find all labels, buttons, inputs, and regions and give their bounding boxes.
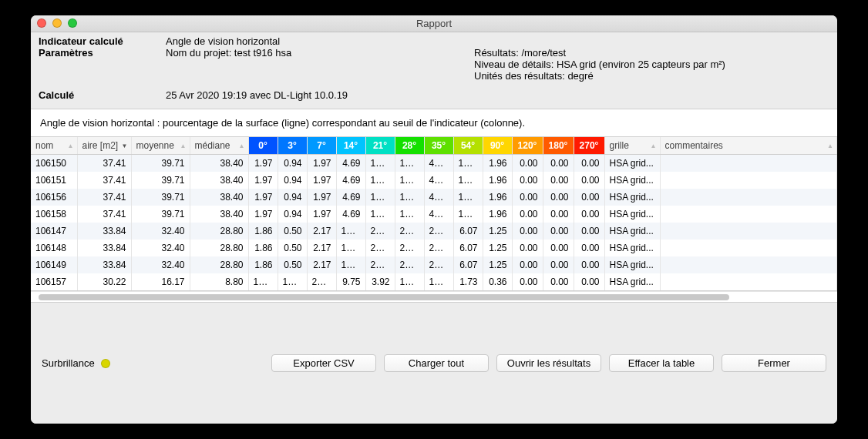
cell-angle-7: 12....	[453, 189, 483, 206]
cell-angle-9: 0.00	[512, 155, 543, 173]
col-angle-7°[interactable]: 7°	[307, 137, 336, 155]
zoom-icon[interactable]	[68, 18, 77, 28]
col-angle-90°[interactable]: 90°	[483, 137, 512, 155]
export-csv-button[interactable]: Exporter CSV	[271, 354, 376, 372]
table-row[interactable]: 10615837.4139.7138.401.970.941.974.6913.…	[31, 206, 837, 223]
cell-angle-5: 20....	[395, 223, 424, 240]
table-row[interactable]: 10614833.8432.4028.801.860.502.1713....2…	[31, 240, 837, 256]
table-row[interactable]: 10615037.4139.7138.401.970.941.974.6913.…	[31, 155, 837, 173]
load-all-button[interactable]: Charger tout	[384, 354, 489, 372]
col-commentaires[interactable]: commentaires▲	[660, 137, 837, 155]
col-angle-28°[interactable]: 28°	[395, 137, 424, 155]
minimize-icon[interactable]	[52, 18, 62, 28]
open-results-button[interactable]: Ouvrir les résultats	[496, 354, 601, 372]
cell-angle-7: 6.07	[453, 223, 483, 240]
clear-table-button[interactable]: Effacer la table	[609, 354, 714, 372]
params-label: Paramètres	[39, 47, 166, 82]
cell-moyenne: 39.71	[131, 206, 190, 223]
col-angle-180°[interactable]: 180°	[543, 137, 574, 155]
cell-nom: 106150	[31, 155, 77, 173]
col-angle-120°[interactable]: 120°	[512, 137, 543, 155]
cell-angle-5: 16....	[395, 206, 424, 223]
cell-nom: 106147	[31, 223, 77, 240]
col-angle-3°[interactable]: 3°	[278, 137, 307, 155]
cell-angle-8: 1.25	[483, 256, 512, 273]
sort-icon: ▲	[68, 142, 74, 149]
cell-nom: 106151	[31, 172, 77, 189]
cell-angle-8: 1.96	[483, 206, 512, 223]
cell-angle-7: 1.73	[453, 273, 483, 291]
col-angle-270°[interactable]: 270°	[574, 137, 604, 155]
cell-angle-1: 0.94	[278, 155, 307, 173]
table-row[interactable]: 10615637.4139.7138.401.970.941.974.6913.…	[31, 189, 837, 206]
cell-angle-5: 14....	[395, 273, 424, 291]
cell-grille: HSA grid...	[604, 189, 660, 206]
cell-angle-4: 28....	[365, 240, 395, 256]
cell-angle-8: 0.36	[483, 273, 512, 291]
col-angle-35°[interactable]: 35°	[424, 137, 453, 155]
cell-angle-7: 12....	[453, 206, 483, 223]
cell-angle-4: 13....	[365, 189, 395, 206]
cell-angle-8: 1.96	[483, 172, 512, 189]
col-aire[interactable]: aire [m2]▼	[77, 137, 131, 155]
cell-angle-9: 0.00	[512, 172, 543, 189]
header-panel: Indicateur calculé Angle de vision horiz…	[31, 32, 837, 109]
col-angle-54°[interactable]: 54°	[453, 137, 483, 155]
cell-aire: 37.41	[77, 206, 131, 223]
cell-angle-11: 0.00	[574, 256, 604, 273]
report-window: Rapport Indicateur calculé Angle de visi…	[31, 15, 837, 424]
cell-angle-10: 0.00	[543, 273, 574, 291]
cell-grille: HSA grid...	[604, 240, 660, 256]
cell-mediane: 38.40	[190, 206, 248, 223]
cell-angle-4: 28....	[365, 223, 395, 240]
sort-icon: ▼	[122, 142, 128, 149]
col-mediane[interactable]: médiane▲	[190, 137, 248, 155]
results-table: nom▲ aire [m2]▼ moyenne▲ médiane▲ 0°3°7°…	[31, 137, 837, 291]
params-value: Nom du projet: test t916 hsa	[166, 47, 474, 82]
cell-moyenne: 39.71	[131, 189, 190, 206]
cell-angle-3: 9.75	[336, 273, 365, 291]
cell-angle-2: 21....	[307, 273, 336, 291]
horizontal-scrollbar[interactable]	[31, 291, 837, 302]
scroll-thumb[interactable]	[39, 294, 729, 300]
col-angle-21°[interactable]: 21°	[365, 137, 395, 155]
col-angle-0°[interactable]: 0°	[248, 137, 278, 155]
cell-angle-5: 20....	[395, 240, 424, 256]
detail-level: Niveau de détails: HSA grid (environ 25 …	[474, 59, 829, 70]
cell-mediane: 28.80	[190, 240, 248, 256]
indicator-value: Angle de vision horizontal	[166, 35, 474, 47]
cell-commentaires	[660, 189, 837, 206]
calc-value: 25 Avr 2020 19:19 avec DL-Light 10.0.19	[166, 89, 474, 101]
cell-grille: HSA grid...	[604, 172, 660, 189]
cell-angle-1: 0.94	[278, 189, 307, 206]
table-row[interactable]: 10615137.4139.7138.401.970.941.974.6913.…	[31, 172, 837, 189]
cell-angle-11: 0.00	[574, 155, 604, 173]
col-angle-14°[interactable]: 14°	[336, 137, 365, 155]
table-row[interactable]: 10614733.8432.4028.801.860.502.1713....2…	[31, 223, 837, 240]
cell-angle-2: 2.17	[307, 223, 336, 240]
col-nom[interactable]: nom▲	[31, 137, 77, 155]
close-button[interactable]: Fermer	[722, 354, 826, 372]
cell-angle-11: 0.00	[574, 172, 604, 189]
close-icon[interactable]	[37, 18, 46, 28]
cell-angle-0: 1.97	[248, 172, 278, 189]
cell-angle-0: 1.86	[248, 223, 278, 240]
cell-angle-6: 10....	[424, 273, 453, 291]
table-row[interactable]: 10615730.2216.178.8018....18....21....9.…	[31, 273, 837, 291]
highlight-indicator-icon	[101, 359, 110, 368]
col-grille[interactable]: grille▲	[604, 137, 660, 155]
cell-aire: 37.41	[77, 172, 131, 189]
cell-grille: HSA grid...	[604, 256, 660, 273]
cell-mediane: 38.40	[190, 189, 248, 206]
cell-nom: 106156	[31, 189, 77, 206]
cell-nom: 106157	[31, 273, 77, 291]
calc-label: Calculé	[39, 89, 166, 101]
col-moyenne[interactable]: moyenne▲	[131, 137, 190, 155]
cell-angle-3: 4.69	[336, 206, 365, 223]
cell-commentaires	[660, 256, 837, 273]
cell-commentaires	[660, 273, 837, 291]
cell-angle-0: 18....	[248, 273, 278, 291]
cell-angle-9: 0.00	[512, 256, 543, 273]
table-row[interactable]: 10614933.8432.4028.801.860.502.1713....2…	[31, 256, 837, 273]
cell-angle-1: 0.50	[278, 223, 307, 240]
